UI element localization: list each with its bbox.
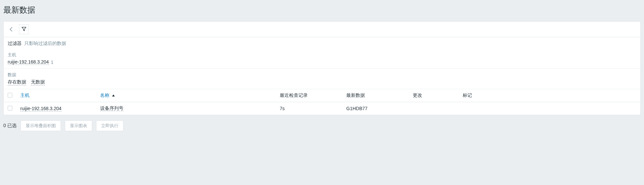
back-button[interactable] — [7, 24, 17, 34]
cell-tag — [459, 102, 640, 115]
execute-now-button[interactable]: 立即执行 — [96, 120, 123, 131]
cell-last-check: 7s — [276, 102, 342, 115]
funnel-icon — [21, 26, 27, 33]
filter-toggle-button[interactable] — [19, 24, 29, 34]
filter-chip-data-exists-label: 存在数据 — [8, 79, 26, 86]
page-title: 最新数据 — [0, 0, 644, 19]
filter-chip-data-none[interactable]: 无数据 — [31, 79, 45, 86]
cell-host[interactable]: ruijie-192.168.3.204 — [20, 106, 62, 111]
filter-chip-host-value: ruijie-192.168.3.204 — [8, 59, 49, 65]
col-header-last-check: 最近检查记录 — [276, 89, 342, 102]
filter-group-host-label: 主机 — [8, 52, 636, 58]
col-header-name[interactable]: 名称 — [100, 92, 109, 98]
filter-chip-data-none-label: 无数据 — [31, 79, 45, 86]
filter-group-host: 主机 ruijie-192.168.3.204 1 — [4, 49, 640, 69]
content-panel: 过滤器 只影响过滤后的数据 主机 ruijie-192.168.3.204 1 … — [3, 21, 641, 115]
chevron-left-icon — [10, 27, 14, 32]
table-row: ruijie-192.168.3.204 设备序列号 7s G1HDB77 — [4, 102, 640, 115]
filter-title: 过滤器 — [8, 41, 22, 47]
footer-bar: 0 已选 显示堆叠面积图 显示图表 立即执行 — [0, 115, 644, 134]
select-all-checkbox[interactable] — [8, 93, 12, 97]
cell-change — [409, 102, 459, 115]
cell-name[interactable]: 设备序列号 — [100, 105, 123, 111]
col-header-last-data: 最新数据 — [342, 89, 409, 102]
row-checkbox[interactable] — [8, 106, 12, 110]
filter-group-data-label: 数据 — [8, 72, 636, 78]
filter-chip-data-exists[interactable]: 存在数据 — [8, 79, 26, 86]
filter-chip-host-count: 1 — [51, 60, 54, 65]
data-table: 主机 名称 最近检查记录 最新数据 更改 标记 — [4, 89, 640, 115]
selected-count-label: 0 已选 — [3, 123, 17, 129]
cell-last-data: G1HDB77 — [342, 102, 409, 115]
col-header-change: 更改 — [409, 89, 459, 102]
sort-asc-icon — [112, 94, 115, 96]
show-graph-button[interactable]: 显示图表 — [65, 120, 92, 131]
filter-group-data: 数据 存在数据 无数据 — [4, 69, 640, 89]
filter-subtitle: 只影响过滤后的数据 — [24, 41, 66, 47]
filter-chip-host[interactable]: ruijie-192.168.3.204 1 — [8, 59, 54, 65]
filter-header: 过滤器 只影响过滤后的数据 — [4, 37, 640, 49]
stacked-area-button[interactable]: 显示堆叠面积图 — [21, 120, 61, 131]
col-header-tag: 标记 — [459, 89, 640, 102]
table-header-row: 主机 名称 最近检查记录 最新数据 更改 标记 — [4, 89, 640, 102]
toolbar — [4, 22, 640, 37]
data-table-wrap: 主机 名称 最近检查记录 最新数据 更改 标记 — [4, 89, 640, 115]
col-header-host[interactable]: 主机 — [20, 92, 30, 98]
